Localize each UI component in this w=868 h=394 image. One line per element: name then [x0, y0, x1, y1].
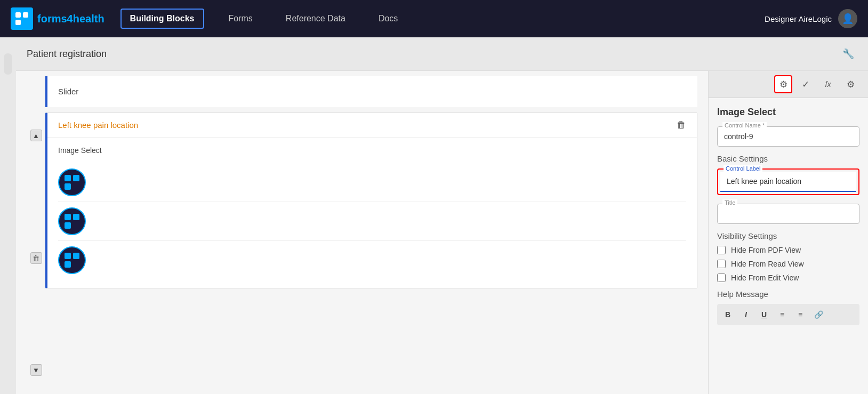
unordered-list-button[interactable]: ≡ [793, 307, 808, 322]
content-area: Patient registration 🔧 ▲ 🗑 ▼ [16, 37, 868, 394]
check-icon[interactable]: ✓ [797, 75, 815, 93]
title-input[interactable] [717, 204, 859, 224]
hide-pdf-checkbox[interactable] [717, 246, 726, 254]
user-name: Designer AireLogic [765, 14, 832, 23]
svg-rect-15 [73, 261, 79, 268]
left-panel [0, 37, 16, 394]
svg-rect-6 [65, 183, 71, 190]
header-tools: 🔧 [839, 45, 857, 63]
title-field-group: Title [717, 204, 859, 224]
page-title: Patient registration [27, 49, 107, 60]
control-label-label: Control Label [724, 165, 762, 172]
canvas-main: Slider Left knee pain location 🗑 Image S… [45, 76, 697, 376]
delete-image-block-button[interactable]: 🗑 [677, 119, 686, 131]
slider-block: Slider [45, 76, 697, 107]
hide-pdf-label: Hide From PDF View [731, 246, 801, 254]
svg-rect-7 [73, 183, 79, 190]
form-canvas-inner: ▲ 🗑 ▼ Slider Left knee pain l [27, 76, 697, 376]
image-row-1 [58, 163, 686, 202]
hide-read-checkbox[interactable] [717, 260, 726, 268]
nav-item-docs[interactable]: Docs [370, 10, 406, 28]
italic-button[interactable]: I [738, 307, 753, 322]
user-avatar[interactable]: 👤 [838, 9, 857, 28]
svg-rect-8 [65, 214, 71, 220]
image-select-block: Left knee pain location 🗑 Image Select [45, 112, 697, 288]
control-name-field-group: Control Name * [717, 126, 859, 147]
logo-icon [11, 7, 33, 30]
title-label: Title [722, 199, 737, 206]
hide-pdf-row: Hide From PDF View [717, 246, 859, 254]
image-block-title: Left knee pain location [58, 120, 138, 130]
svg-rect-1 [23, 12, 28, 18]
delete-block-button[interactable]: 🗑 [30, 252, 42, 264]
svg-rect-2 [15, 20, 21, 25]
logo-text: forms4health [37, 13, 105, 25]
hide-read-label: Hide From Read View [731, 260, 804, 268]
right-panel: ⚙ ✓ fx ⚙ Image Select Control Name * Bas… [708, 71, 868, 394]
wrench-icon[interactable]: 🔧 [839, 45, 857, 63]
left-panel-handle[interactable] [4, 53, 12, 75]
hide-read-row: Hide From Read View [717, 260, 859, 268]
svg-rect-5 [73, 175, 79, 181]
svg-rect-0 [15, 12, 21, 18]
svg-rect-14 [65, 261, 71, 268]
nav-right: Designer AireLogic 👤 [765, 9, 857, 28]
basic-settings-heading: Basic Settings [717, 154, 859, 163]
text-formatting-toolbar: B I U ≡ ≡ 🔗 [717, 304, 859, 325]
image-select-label: Image Select [58, 146, 686, 155]
canvas-side-controls: ▲ 🗑 ▼ [27, 76, 45, 376]
gear-settings-icon[interactable]: ⚙ [774, 75, 792, 93]
logo: forms4health [11, 7, 105, 30]
hide-edit-row: Hide From Edit View [717, 274, 859, 282]
hide-edit-label: Hide From Edit View [731, 274, 799, 282]
right-toolbar: ⚙ ✓ fx ⚙ [709, 71, 868, 98]
svg-rect-9 [73, 214, 79, 220]
panel-section-title: Image Select [717, 107, 859, 118]
page-header: Patient registration 🔧 [16, 37, 868, 71]
image-thumb-3 [58, 246, 86, 274]
slider-label: Slider [58, 87, 78, 96]
ordered-list-button[interactable]: ≡ [775, 307, 790, 322]
nav-item-building-blocks[interactable]: Building Blocks [120, 9, 204, 29]
svg-rect-3 [23, 20, 28, 25]
control-name-input[interactable] [717, 126, 859, 147]
help-message-heading: Help Message [717, 290, 859, 299]
visibility-settings-heading: Visibility Settings [717, 231, 859, 240]
form-area: ▲ 🗑 ▼ Slider Left knee pain l [16, 71, 868, 394]
svg-rect-11 [73, 222, 79, 229]
fx-icon[interactable]: fx [819, 75, 837, 93]
svg-rect-13 [73, 253, 79, 259]
image-block-header: Left knee pain location 🗑 [47, 113, 697, 138]
image-thumb-1 [58, 168, 86, 196]
svg-rect-12 [65, 253, 71, 259]
nav-item-forms[interactable]: Forms [220, 10, 261, 28]
form-canvas: ▲ 🗑 ▼ Slider Left knee pain l [16, 71, 708, 394]
nav-item-reference-data[interactable]: Reference Data [277, 10, 354, 28]
move-up-button[interactable]: ▲ [30, 130, 42, 141]
image-row-2 [58, 202, 686, 241]
control-name-label: Control Name * [722, 122, 767, 128]
image-row-3 [58, 241, 686, 279]
top-navigation: forms4health Building Blocks Forms Refer… [0, 0, 868, 37]
main-container: Patient registration 🔧 ▲ 🗑 ▼ [0, 37, 868, 394]
image-thumb-2 [58, 207, 86, 235]
svg-rect-4 [65, 175, 71, 181]
move-down-button[interactable]: ▼ [30, 364, 42, 376]
right-content: Image Select Control Name * Basic Settin… [709, 98, 868, 334]
control-label-field-group: Control Label [717, 168, 859, 195]
hide-edit-checkbox[interactable] [717, 274, 726, 282]
bold-button[interactable]: B [720, 307, 735, 322]
nav-items: Building Blocks Forms Reference Data Doc… [120, 9, 759, 29]
link-button[interactable]: 🔗 [811, 307, 826, 322]
settings-icon[interactable]: ⚙ [841, 75, 859, 93]
image-block-body: Image Select [47, 138, 697, 288]
svg-rect-10 [65, 222, 71, 229]
control-label-input[interactable] [720, 172, 856, 192]
underline-button[interactable]: U [757, 307, 771, 322]
